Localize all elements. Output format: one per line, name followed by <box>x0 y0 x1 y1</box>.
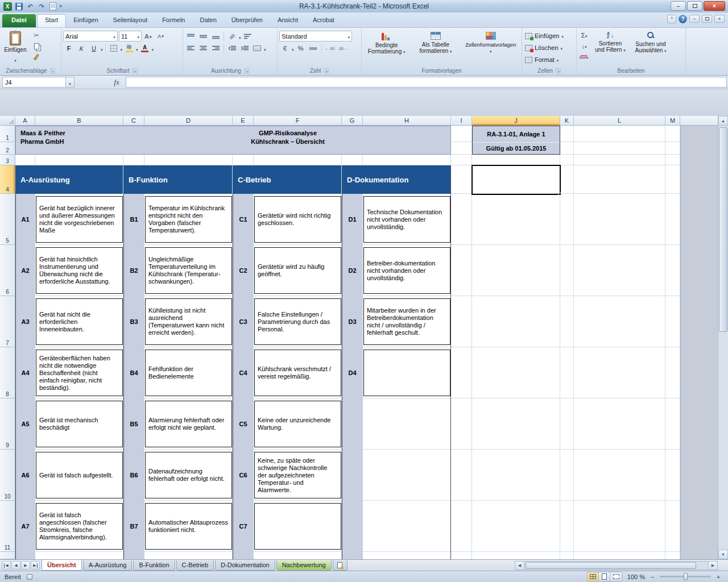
font-color-button[interactable]: A <box>139 43 151 53</box>
macro-record-icon[interactable] <box>27 574 32 580</box>
tab-daten[interactable]: Daten <box>192 14 224 27</box>
zoom-out-button[interactable]: − <box>648 573 656 581</box>
sheet-tab-c-betrieb[interactable]: C-Betrieb <box>176 560 214 571</box>
code-cell-c4[interactable]: C4 <box>233 347 254 398</box>
alignment-dialog-launcher[interactable]: ↘ <box>244 68 249 73</box>
decrease-decimal-button[interactable]: .00→ <box>337 43 349 53</box>
font-dialog-launcher[interactable]: ↘ <box>133 68 138 73</box>
code-cell-c2[interactable]: C2 <box>233 245 254 296</box>
row-header-8[interactable]: 8 <box>0 347 15 398</box>
column-header-K[interactable]: K <box>560 116 574 125</box>
text-cell-h3[interactable]: Mitarbeiter wurden in der Betreiberdokum… <box>363 298 450 345</box>
code-cell-b3[interactable]: B3 <box>123 296 144 347</box>
number-format-select[interactable]: Standard <box>279 31 352 41</box>
text-cell-d4[interactable]: Fehlfunktion der Bedienelemente <box>145 350 232 396</box>
previous-sheet-button[interactable]: ◀ <box>11 561 20 569</box>
column-header-I[interactable]: I <box>451 116 472 125</box>
accounting-format-button[interactable]: € <box>279 43 291 53</box>
select-all-button[interactable] <box>0 116 15 125</box>
align-left-button[interactable] <box>185 43 196 53</box>
tab-seitenlayout[interactable]: Seitenlayout <box>106 14 155 27</box>
clear-button[interactable] <box>578 52 590 62</box>
delete-cells-button[interactable]: Löschen <box>524 42 565 53</box>
font-name-select[interactable]: Arial <box>63 31 118 41</box>
code-cell-a4[interactable]: A4 <box>15 347 35 398</box>
text-cell-d1[interactable]: Temperatur im Kühlschrank entspricht nic… <box>145 196 232 243</box>
column-header-G[interactable]: G <box>342 116 363 125</box>
scroll-right-button[interactable]: ▶ <box>708 562 717 569</box>
horizontal-scrollbar[interactable]: ◀ ▶ <box>515 561 718 570</box>
sheet-tab-d-dokumentation[interactable]: D-Dokumentation <box>215 560 275 571</box>
text-cell-d6[interactable]: Datenaufzeichnung fehlerhaft oder erfolg… <box>145 452 232 498</box>
insert-worksheet-button[interactable] <box>333 560 348 571</box>
zoom-slider-thumb[interactable] <box>684 573 688 580</box>
print-preview-button[interactable] <box>48 2 57 11</box>
column-header-J[interactable]: J <box>472 116 560 125</box>
orientation-button[interactable]: ab <box>226 31 238 41</box>
column-header-A[interactable]: A <box>15 116 35 125</box>
formula-input[interactable] <box>126 77 727 88</box>
row-header-4[interactable]: 4 <box>0 165 15 194</box>
align-center-button[interactable] <box>197 43 209 53</box>
align-right-button[interactable] <box>210 43 221 53</box>
row-header-5[interactable]: 5 <box>0 194 15 245</box>
paste-button[interactable]: Einfügen <box>2 29 29 65</box>
text-cell-d7[interactable]: Automatischer Abtauprozess funktioniert … <box>145 503 232 550</box>
row-header-3[interactable]: 3 <box>0 155 15 165</box>
code-cell-b7[interactable]: B7 <box>123 501 144 552</box>
code-cell-a7[interactable]: A7 <box>15 501 35 552</box>
scroll-down-button[interactable]: ▼ <box>718 550 728 559</box>
close-button[interactable]: × <box>704 1 725 11</box>
vertical-scroll-thumb[interactable] <box>719 127 727 332</box>
text-cell-b3[interactable]: Gerät hat nicht die erforderlichen Innen… <box>36 298 123 345</box>
first-sheet-button[interactable]: ◀ <box>2 561 11 569</box>
code-cell-a2[interactable]: A2 <box>15 245 35 296</box>
merge-center-button[interactable] <box>251 43 263 53</box>
code-cell-b2[interactable]: B2 <box>123 245 144 296</box>
save-button[interactable] <box>14 2 23 11</box>
sheet-tab-nachbewertung[interactable]: Nachbewertung <box>276 560 332 571</box>
row-header-10[interactable]: 10 <box>0 450 15 501</box>
row-header-11[interactable]: 11 <box>0 501 15 552</box>
accounting-format-dropdown[interactable] <box>292 43 294 53</box>
tab-ansicht[interactable]: Ansicht <box>270 14 305 27</box>
code-cell-d2[interactable]: D2 <box>342 245 363 296</box>
active-cell-J4[interactable] <box>471 165 561 195</box>
restore-button[interactable] <box>687 1 702 11</box>
next-sheet-button[interactable]: ▶ <box>21 561 30 569</box>
redo-button[interactable]: ↷ <box>37 2 46 11</box>
tab-ueberpruefen[interactable]: Überprüfen <box>224 14 270 27</box>
fill-handle[interactable] <box>559 193 561 196</box>
zoom-slider[interactable] <box>660 576 711 577</box>
code-cell-a6[interactable]: A6 <box>15 450 35 501</box>
text-cell-f3[interactable]: Falsche Einstellungen / Parametrierung d… <box>254 298 341 345</box>
row-header-1[interactable]: 1 <box>0 126 15 142</box>
row-header-6[interactable]: 6 <box>0 245 15 296</box>
column-header-D[interactable]: D <box>144 116 233 125</box>
column-header-C[interactable]: C <box>123 116 144 125</box>
text-cell-f4[interactable]: Kühlschrank verschmutzt / vereist regelm… <box>254 350 341 396</box>
section-header-dokumentation[interactable]: D-Dokumentation <box>342 165 451 194</box>
last-sheet-button[interactable]: ▶ <box>31 561 40 569</box>
cells-dialog-launcher[interactable]: ↘ <box>556 68 561 73</box>
format-painter-button[interactable] <box>31 52 42 62</box>
conditional-formatting-button[interactable]: Bedingte Formatierung <box>363 29 410 65</box>
sheet-tab-uebersicht[interactable]: Übersicht <box>42 560 82 571</box>
text-cell-d2[interactable]: Ungleichmäßige Temperaturverteilung im K… <box>145 247 232 294</box>
code-cell-d3[interactable]: D3 <box>342 296 363 347</box>
horizontal-scroll-thumb[interactable] <box>526 562 696 569</box>
horizontal-scroll-track[interactable] <box>524 562 708 569</box>
zoom-in-button[interactable]: + <box>714 573 722 581</box>
help-button[interactable]: ? <box>679 15 687 23</box>
text-cell-b6[interactable]: Gerät ist falsch aufgestellt. <box>36 452 123 498</box>
page-break-view-button[interactable] <box>610 572 622 581</box>
autosum-button[interactable]: Σ <box>578 30 590 40</box>
zoom-level[interactable]: 100 % <box>626 573 645 580</box>
row-header-2[interactable]: 2 <box>0 142 15 155</box>
scroll-left-button[interactable]: ◀ <box>515 562 524 569</box>
insert-cells-button[interactable]: Einfügen <box>524 30 565 41</box>
code-cell-d6[interactable] <box>342 450 363 501</box>
borders-button[interactable] <box>108 43 119 53</box>
shrink-font-button[interactable]: A▼ <box>155 31 167 41</box>
find-select-button[interactable]: Suchen und Auswählen <box>631 29 671 65</box>
